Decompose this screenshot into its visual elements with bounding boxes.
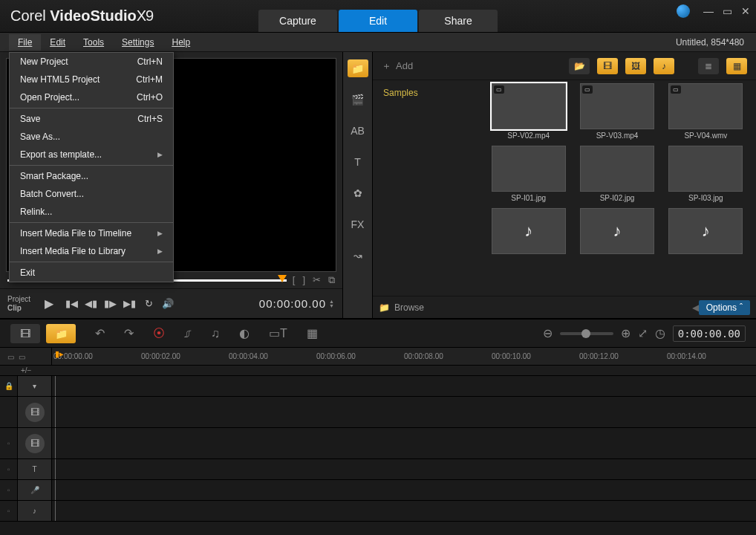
cut-icon[interactable]: ✂ <box>313 274 321 286</box>
playback-mode[interactable]: Project Clip <box>7 295 30 312</box>
playhead-icon[interactable]: ▮▸ <box>55 349 64 359</box>
preview-timecode[interactable]: 00:00:00.00 ▲▼ <box>259 297 335 310</box>
menu-new-html5[interactable]: New HTML5 ProjectCtrl+M <box>10 71 173 88</box>
mark-in-icon[interactable]: [ <box>293 274 296 286</box>
library-item[interactable]: ♪ <box>487 208 570 256</box>
close-button[interactable]: ✕ <box>741 5 750 17</box>
mark-out-icon[interactable]: ] <box>302 274 305 286</box>
video-track-1[interactable] <box>52 397 756 427</box>
menu-relink[interactable]: Relink... <box>10 203 173 221</box>
menu-smart-package[interactable]: Smart Package... <box>10 167 173 185</box>
voice-track-icon[interactable]: 🎤 <box>28 484 42 497</box>
folder-samples[interactable]: Samples <box>377 85 483 101</box>
track-visibility-icon[interactable]: ▫ <box>0 501 18 521</box>
ruler-mode-a-icon[interactable]: ▭ <box>7 353 14 361</box>
menu-tools[interactable]: Tools <box>74 34 113 51</box>
tab-capture[interactable]: Capture <box>258 10 337 32</box>
category-color-icon[interactable]: AB <box>348 122 368 140</box>
tab-edit[interactable]: Edit <box>339 10 417 32</box>
view-grid-icon[interactable]: ▦ <box>726 58 747 74</box>
menu-settings[interactable]: Settings <box>113 34 163 51</box>
zoom-handle[interactable] <box>581 329 590 338</box>
menu-edit[interactable]: Edit <box>41 34 74 51</box>
music-track-icon[interactable]: ♪ <box>28 505 42 518</box>
globe-icon[interactable] <box>677 4 690 18</box>
menu-save[interactable]: SaveCtrl+S <box>10 110 173 128</box>
redo-button[interactable]: ↷ <box>124 326 134 340</box>
menu-insert-library[interactable]: Insert Media File to Library▶ <box>10 242 173 260</box>
volume-button[interactable]: 🔊 <box>160 296 176 312</box>
browse-button[interactable]: 📁Browse <box>379 302 424 313</box>
library-item[interactable]: ▭SP-V04.wmv <box>665 83 747 140</box>
category-path-icon[interactable]: ↝ <box>348 247 368 265</box>
voice-track[interactable] <box>52 480 756 500</box>
category-title-icon[interactable]: T <box>348 153 368 171</box>
track-visibility-icon[interactable]: ▫ <box>0 480 18 500</box>
timeline-mode-button[interactable]: 📁 <box>46 324 76 343</box>
timeline-ruler[interactable]: ▭ ▭ ▮▸ 00:00:00.0000:00:02.0000:00:04.00… <box>0 348 756 366</box>
library-item[interactable]: SP-I01.jpg <box>487 146 570 202</box>
import-folder-icon[interactable]: 📂 <box>569 58 590 74</box>
fit-project-button[interactable]: ⤢ <box>638 326 648 340</box>
category-fx-icon[interactable]: FX <box>348 215 368 233</box>
storyboard-mode-button[interactable]: 🎞 <box>10 324 40 343</box>
clock-icon[interactable]: ◷ <box>655 326 665 340</box>
maximize-button[interactable]: ▭ <box>723 5 732 17</box>
overlay-track-1[interactable] <box>52 428 756 458</box>
menu-insert-timeline[interactable]: Insert Media File to Timeline▶ <box>10 224 173 242</box>
title-track[interactable] <box>52 459 756 479</box>
track-visibility-icon[interactable]: ▫ <box>0 428 18 458</box>
auto-music-icon[interactable]: ♫ <box>211 327 220 340</box>
category-graphics-icon[interactable]: ✿ <box>348 184 368 202</box>
filter-audio-icon[interactable]: ♪ <box>654 58 674 74</box>
track-visibility-icon[interactable]: ▫ <box>0 459 18 479</box>
library-item[interactable]: ♪ <box>665 208 747 256</box>
filter-photo-icon[interactable]: 🖼 <box>625 58 646 74</box>
tab-share[interactable]: Share <box>419 10 498 32</box>
library-item[interactable]: ▭SP-V02.mp4 <box>487 83 570 140</box>
menu-exit[interactable]: Exit <box>10 264 173 282</box>
step-back-button[interactable]: ◀▮ <box>82 296 99 312</box>
undo-button[interactable]: ↶ <box>95 326 105 340</box>
view-list-icon[interactable]: ≣ <box>698 58 719 74</box>
overlay-track-icon[interactable]: 🎞 <box>25 434 45 453</box>
timeline-timecode[interactable]: 0:00:00.00 <box>673 325 746 342</box>
options-button[interactable]: Optionsˆ <box>699 300 750 315</box>
go-end-button[interactable]: ▶▮ <box>121 296 137 312</box>
zoom-out-button[interactable]: ⊖ <box>543 326 553 340</box>
track-visibility-icon[interactable] <box>0 397 18 427</box>
library-item[interactable]: SP-I02.jpg <box>576 146 658 202</box>
play-button[interactable]: ▶ <box>38 293 60 315</box>
filter-video-icon[interactable]: 🎞 <box>597 58 618 74</box>
track-header-toggle[interactable]: +/− <box>0 366 756 376</box>
snapshot-icon[interactable]: ⧉ <box>328 274 335 286</box>
record-button[interactable]: ⦿ <box>153 327 165 340</box>
track-collapse-icon[interactable]: ▾ <box>28 380 42 393</box>
audio-mixer-icon[interactable]: ⎎ <box>184 327 192 340</box>
go-start-button[interactable]: ▮◀ <box>63 296 79 312</box>
library-item[interactable]: ▭SP-V03.mp4 <box>576 83 658 140</box>
step-fwd-button[interactable]: ▮▶ <box>102 296 118 312</box>
menu-open-project[interactable]: Open Project...Ctrl+O <box>10 88 173 106</box>
multitrim-icon[interactable]: ◐ <box>239 326 250 340</box>
minimize-button[interactable]: — <box>703 5 714 17</box>
menu-help[interactable]: Help <box>163 34 199 51</box>
category-media-icon[interactable]: 📁 <box>348 59 368 77</box>
add-folder-button[interactable]: ＋Add <box>382 59 413 73</box>
library-item[interactable]: ♪ <box>576 208 658 256</box>
track-lock-icon[interactable]: 🔒 <box>0 376 18 396</box>
menu-new-project[interactable]: New ProjectCtrl+N <box>10 53 173 71</box>
library-item[interactable]: SP-I03.jpg <box>665 146 747 202</box>
subtitle-icon[interactable]: ▭T <box>269 326 287 340</box>
video-track-icon[interactable]: 🎞 <box>25 403 45 422</box>
zoom-slider[interactable] <box>560 332 613 335</box>
menu-batch-convert[interactable]: Batch Convert... <box>10 185 173 203</box>
menu-save-as[interactable]: Save As... <box>10 128 173 146</box>
menu-file[interactable]: File <box>9 34 41 51</box>
title-track-icon[interactable]: T <box>28 463 42 476</box>
scroll-left-icon[interactable]: ◀ <box>692 302 699 313</box>
repeat-button[interactable]: ↻ <box>140 296 157 312</box>
category-transitions-icon[interactable]: 🎬 <box>348 91 368 108</box>
zoom-in-button[interactable]: ⊕ <box>621 326 630 340</box>
menu-export-template[interactable]: Export as template...▶ <box>10 146 173 163</box>
